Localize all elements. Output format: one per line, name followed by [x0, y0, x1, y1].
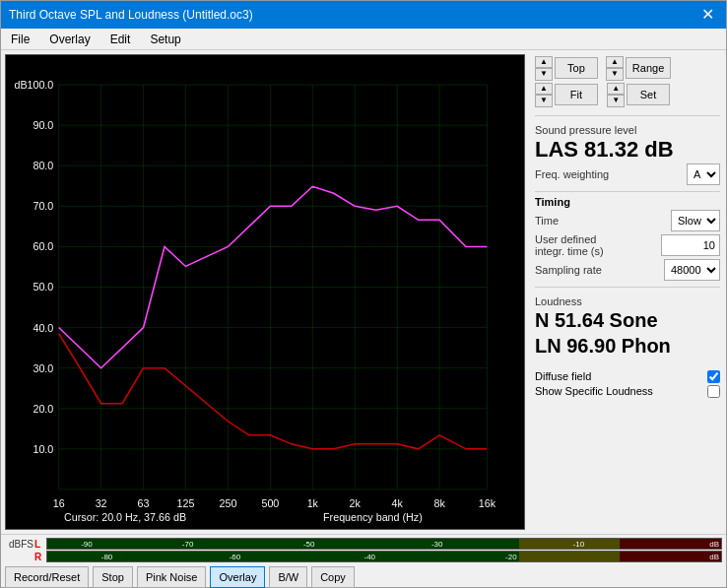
stop-button[interactable]: Stop — [93, 566, 133, 588]
time-row: Time Slow Fast — [535, 210, 720, 231]
svg-text:1k: 1k — [307, 498, 319, 509]
fit-button[interactable]: Fit — [555, 84, 598, 105]
spl-section-label: Sound pressure level — [535, 124, 720, 136]
svg-text:40.0: 40.0 — [33, 323, 53, 334]
copy-button[interactable]: Copy — [311, 566, 355, 588]
window-title: Third Octave SPL and Loudness (Untitled.… — [9, 8, 253, 22]
diffuse-field-row: Diffuse field — [535, 370, 720, 383]
sampling-row: Sampling rate 48000 44100 — [535, 259, 720, 281]
svg-text:Frequency band (Hz): Frequency band (Hz) — [323, 512, 423, 523]
show-specific-label: Show Specific Loudness — [535, 385, 653, 397]
right-meter-row: R -80 -60 -40 -20 dB — [5, 551, 722, 562]
main-window: Third Octave SPL and Loudness (Untitled.… — [0, 0, 727, 588]
menu-bar: File Overlay Edit Setup — [1, 29, 726, 50]
fit-down-btn[interactable]: ▼ — [535, 95, 553, 106]
menu-file[interactable]: File — [5, 31, 35, 48]
freq-weighting-select[interactable]: A C Z — [687, 163, 720, 185]
svg-rect-0 — [6, 55, 524, 529]
bottom-buttons: Record/Reset Stop Pink Noise Overlay B/W… — [1, 563, 726, 588]
svg-text:30.0: 30.0 — [33, 363, 53, 374]
right-ch-label: R — [34, 552, 44, 562]
chart-area: Third octave SPL ARTA — [5, 54, 525, 530]
svg-text:70.0: 70.0 — [33, 202, 53, 213]
top-up-btn[interactable]: ▲ — [535, 56, 553, 68]
top-down-btn[interactable]: ▼ — [535, 68, 553, 80]
svg-text:16k: 16k — [479, 498, 496, 509]
set-down-btn[interactable]: ▼ — [607, 95, 625, 106]
left-meter-row: dBFS L -90 -70 -50 -30 -10 dB — [5, 538, 722, 550]
svg-text:2k: 2k — [350, 498, 362, 509]
integr-input[interactable] — [661, 234, 720, 256]
pink-noise-button[interactable]: Pink Noise — [137, 566, 207, 588]
set-up-btn[interactable]: ▲ — [607, 83, 625, 95]
svg-text:16: 16 — [53, 498, 65, 509]
svg-text:Cursor:  20.0 Hz, 37.66 dB: Cursor: 20.0 Hz, 37.66 dB — [64, 512, 186, 523]
close-button[interactable]: ✕ — [697, 7, 718, 23]
record-reset-button[interactable]: Record/Reset — [5, 566, 89, 588]
svg-text:500: 500 — [261, 498, 279, 509]
range-up-btn[interactable]: ▲ — [606, 56, 624, 68]
title-bar: Third Octave SPL and Loudness (Untitled.… — [1, 1, 726, 29]
overlay-button[interactable]: Overlay — [210, 566, 265, 588]
svg-text:90.0: 90.0 — [33, 120, 53, 131]
right-meter-bar: -80 -60 -40 -20 dB — [46, 551, 722, 562]
menu-overlay[interactable]: Overlay — [43, 31, 96, 48]
freq-weighting-row: Freq. weighting A C Z — [535, 163, 720, 185]
svg-text:10.0: 10.0 — [33, 444, 53, 455]
left-ch-label: L — [34, 539, 44, 550]
svg-text:125: 125 — [177, 498, 195, 509]
fit-up-btn[interactable]: ▲ — [535, 83, 553, 95]
svg-text:100.0: 100.0 — [27, 80, 53, 91]
svg-text:8k: 8k — [433, 498, 445, 509]
bottom-bar: dBFS L -90 -70 -50 -30 -10 dB R — [1, 534, 726, 587]
loudness-section-label: Loudness — [535, 295, 720, 307]
range-down-btn[interactable]: ▼ — [606, 68, 624, 80]
svg-text:20.0: 20.0 — [33, 404, 53, 415]
main-content: Third octave SPL ARTA — [1, 50, 726, 534]
menu-setup[interactable]: Setup — [144, 31, 186, 48]
set-button[interactable]: Set — [627, 84, 670, 105]
spl-value: LAS 81.32 dB — [535, 138, 720, 162]
bw-button[interactable]: B/W — [269, 566, 307, 588]
time-select[interactable]: Slow Fast — [671, 210, 720, 231]
svg-text:250: 250 — [219, 498, 236, 509]
time-label: Time — [535, 215, 559, 227]
range-label[interactable]: Range — [626, 57, 671, 79]
level-meters: dBFS L -90 -70 -50 -30 -10 dB R — [1, 535, 726, 563]
sampling-select[interactable]: 48000 44100 — [664, 259, 720, 281]
svg-text:32: 32 — [96, 498, 107, 509]
svg-text:60.0: 60.0 — [33, 242, 53, 253]
svg-text:63: 63 — [138, 498, 150, 509]
svg-text:4k: 4k — [392, 498, 404, 509]
top-button[interactable]: Top — [555, 57, 598, 79]
sampling-label: Sampling rate — [535, 264, 602, 276]
integr-row: User defined integr. time (s) — [535, 233, 720, 257]
svg-text:80.0: 80.0 — [33, 162, 53, 172]
menu-edit[interactable]: Edit — [104, 31, 137, 48]
left-meter-bar: -90 -70 -50 -30 -10 dB — [46, 538, 722, 550]
show-specific-checkbox[interactable] — [707, 385, 720, 398]
show-specific-row: Show Specific Loudness — [535, 385, 720, 398]
diffuse-field-checkbox[interactable] — [707, 370, 720, 383]
svg-text:50.0: 50.0 — [33, 283, 53, 294]
timing-title: Timing — [535, 196, 720, 208]
diffuse-field-label: Diffuse field — [535, 370, 591, 382]
loudness-n-value: N 51.64 Sone LN 96.90 Phon — [535, 307, 720, 359]
freq-weighting-label: Freq. weighting — [535, 168, 609, 180]
dBFS-label: dBFS — [5, 539, 33, 550]
right-panel: ▲ ▼ Top ▲ ▼ Fit — [529, 50, 726, 534]
svg-text:dB: dB — [15, 80, 28, 91]
integr-label: User defined integr. time (s) — [535, 233, 604, 257]
chart-svg: 100.0 90.0 80.0 70.0 60.0 50.0 40.0 30.0… — [6, 55, 524, 529]
